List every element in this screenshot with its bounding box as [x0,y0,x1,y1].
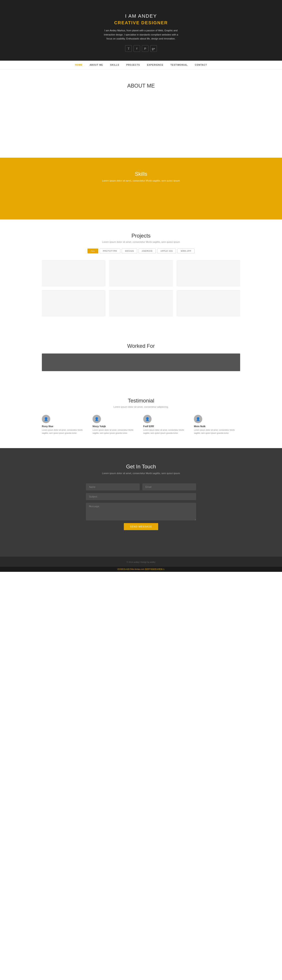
contact-email-input[interactable] [142,484,196,490]
testimonial-text: Lorem ipsum dolor sit amet, consectetur … [92,428,139,435]
hero-title: CREATIVE DESIGNER [114,20,168,25]
project-card[interactable] [176,260,240,286]
main-nav: HOME ABOUT ME SKILLS PROJECTS EXPERIENCE… [0,60,282,70]
testimonial-item: 👤 Rosy Illue Lorem ipsum dolor sit amet,… [42,415,88,435]
avatar: 👤 [143,415,152,423]
footer-text: © 2014 andey | Design by andey [127,561,155,563]
avatar: 👤 [42,415,50,423]
filter-apple-ios[interactable]: APPLE IOS [157,248,176,253]
filter-design[interactable]: DESIGN [122,248,137,253]
testimonial-item: 👤 Fsdf Effff Lorem ipsum dolor sit amet,… [143,415,190,435]
contact-title: Get In Touch [5,463,277,470]
footer: © 2014 andey | Design by andey [0,557,282,567]
project-card[interactable] [109,260,173,286]
project-card[interactable] [176,290,240,317]
nav-item-testimonial[interactable]: TESTIMONIAL [167,60,192,69]
filter-all[interactable]: ALL [87,248,98,253]
projects-section: Projects Lorem ipsum dolor sit amet, con… [0,220,282,330]
project-card[interactable] [42,290,106,317]
project-card[interactable] [109,290,173,317]
watermark-text: 访问前沿UI设计bbs.feniao.com 觉得不错就告诉更多人 [117,568,165,570]
worked-title: Worked For [5,343,277,349]
contact-message-input[interactable] [86,503,196,520]
project-filters: ALL PROTOTYPE DESIGN ANDROID APPLE IOS W… [5,248,277,253]
watermark: 访问前沿UI设计bbs.feniao.com 觉得不错就告诉更多人 [0,567,282,572]
pinterest-icon[interactable]: P [142,45,149,52]
contact-name-input[interactable] [86,484,140,490]
testimonial-name: Fsdf Effff [143,425,190,428]
contact-subtitle: Lorem ipsum dolor sit amet, consectetur … [5,472,277,474]
testimonial-subtitle: Lorem ipsum dolor sit amet, consectetur … [5,406,277,408]
testimonial-name: Rosy Illue [42,425,88,428]
projects-title: Projects [5,233,277,239]
testimonial-text: Lorem ipsum dolor sit amet, consectetur … [143,428,190,435]
testimonial-title: Testimonial [5,398,277,404]
testimonial-item: 👤 Niszy Yukjk Lorem ipsum dolor sit amet… [92,415,139,435]
nav-item-experience[interactable]: EXPERIENCE [143,60,167,69]
contact-section: Get In Touch Lorem ipsum dolor sit amet,… [0,448,282,557]
hero-description: I am Andey Markus, from planet with a pa… [101,29,181,41]
nav-item-skills[interactable]: SKILLS [107,60,123,69]
nav-item-contact[interactable]: CONTACT [191,60,211,69]
testimonials-grid: 👤 Rosy Illue Lorem ipsum dolor sit amet,… [42,415,240,435]
filter-android[interactable]: ANDROID [139,248,156,253]
about-section: ABOUT ME [0,70,282,158]
skills-section: Skills Lorem ipsum dolor sit amet, conse… [0,158,282,220]
facebook-icon[interactable]: f [133,45,140,52]
worked-section: Worked For [0,330,282,384]
twitter-icon[interactable]: 𝕋 [125,45,132,52]
skills-subtitle: Lorem ipsum dolor sit amet, consectetur … [5,179,277,182]
project-card[interactable] [42,260,106,286]
hero-name: I AM ANDEY [125,13,157,19]
filter-prototype[interactable]: PROTOTYPE [100,248,120,253]
testimonial-section: Testimonial Lorem ipsum dolor sit amet, … [0,384,282,448]
testimonial-item: 👤 Mnin Nulk Lorem ipsum dolor sit amet, … [194,415,240,435]
projects-subtitle: Lorem ipsum dolor sit amet, consectetur … [5,240,277,243]
avatar: 👤 [92,415,101,423]
contact-submit-button[interactable]: SEND MESSAGE [124,523,158,530]
nav-inner: HOME ABOUT ME SKILLS PROJECTS EXPERIENCE… [71,60,211,69]
filter-web-app[interactable]: WEB APP [177,248,195,253]
worked-logos-bar [42,353,240,371]
nav-item-about[interactable]: ABOUT ME [86,60,106,69]
nav-item-home[interactable]: HOME [71,60,86,69]
social-links: 𝕋 f P g+ [125,45,157,52]
contact-subject-input[interactable] [86,493,196,500]
skills-title: Skills [5,171,277,177]
google-plus-icon[interactable]: g+ [150,45,157,52]
contact-row-name-email [86,484,196,490]
testimonial-name: Niszy Yukjk [92,425,139,428]
testimonial-text: Lorem ipsum dolor sit amet, consectetur … [194,428,240,435]
hero-section: I AM ANDEY CREATIVE DESIGNER I am Andey … [0,0,282,60]
contact-form: SEND MESSAGE [86,484,196,530]
avatar: 👤 [194,415,202,423]
projects-grid [42,260,240,317]
testimonial-text: Lorem ipsum dolor sit amet, consectetur … [42,428,88,435]
about-title: ABOUT ME [5,83,277,89]
nav-item-projects[interactable]: PROJECTS [123,60,143,69]
testimonial-name: Mnin Nulk [194,425,240,428]
